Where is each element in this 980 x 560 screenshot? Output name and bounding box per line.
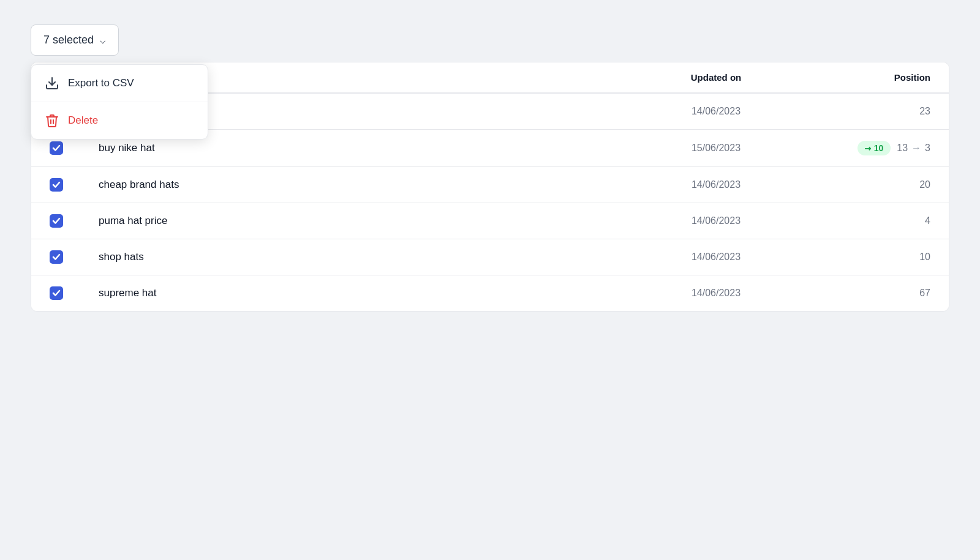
row-checkbox[interactable] [50,214,63,228]
position-cell: 10 [808,252,930,263]
position-number: 4 [925,215,930,226]
keyword-cell: cheap brand hats [99,179,624,191]
position-to: 3 [925,143,930,154]
position-cell: 23 [808,106,930,117]
date-cell: 14/06/2023 [624,179,808,190]
keyword-cell: buy nike hat [99,142,624,154]
row-checkbox[interactable] [50,286,63,300]
date-cell: 14/06/2023 [624,252,808,263]
date-cell: 15/06/2023 [624,143,808,154]
export-csv-label: Export to CSV [68,77,134,89]
position-from: 13 [897,143,908,154]
arrow-right-icon: → [911,143,921,154]
date-cell: 14/06/2023 [624,106,808,117]
keyword-cell: supreme hat [99,287,624,299]
header-position: Position [808,72,930,83]
header-updated-on: Updated on [624,72,808,83]
keyword-cell: puma hat price [99,215,624,227]
position-number: 20 [919,179,930,190]
date-cell: 14/06/2023 [624,288,808,299]
checkbox-cell [50,214,99,228]
position-badge: ↗ 10 [858,141,891,155]
download-icon [45,76,59,91]
checkbox-cell [50,250,99,264]
row-checkbox[interactable] [50,250,63,264]
position-cell: 67 [808,288,930,299]
checkmark-icon [52,253,61,261]
position-number: 67 [919,288,930,299]
arrow-up-icon: ↗ [862,143,873,154]
keyword-cell: shop hats [99,251,624,263]
export-csv-item[interactable]: Export to CSV [31,65,208,102]
table-row: cheap brand hats 14/06/2023 20 [31,167,949,203]
table-row: supreme hat 14/06/2023 67 [31,275,949,311]
checkbox-cell [50,178,99,192]
selected-button[interactable]: 7 selected ⌵ [31,24,119,56]
row-checkbox[interactable] [50,141,63,155]
checkmark-icon [52,217,61,225]
page-container: 7 selected ⌵ Export to CSV Delete [0,0,980,336]
trash-icon [45,113,59,128]
selected-count-label: 7 selected [43,34,94,47]
table-row: puma hat price 14/06/2023 4 [31,203,949,239]
chevron-down-icon: ⌵ [100,34,106,46]
table-row: shop hats 14/06/2023 10 [31,239,949,275]
position-cell: 4 [808,215,930,226]
checkmark-icon [52,181,61,189]
position-cell: 20 [808,179,930,190]
row-checkbox[interactable] [50,178,63,192]
position-number: 10 [919,252,930,263]
checkbox-cell [50,141,99,155]
position-number: 23 [919,106,930,117]
position-change: 13 → 3 [897,143,930,154]
checkmark-icon [52,144,61,152]
delete-item[interactable]: Delete [31,102,208,139]
date-cell: 14/06/2023 [624,215,808,226]
checkbox-cell [50,286,99,300]
badge-value: 10 [874,143,884,153]
checkmark-icon [52,289,61,297]
delete-label: Delete [68,114,98,127]
position-cell: ↗ 10 13 → 3 [808,141,930,155]
dropdown-menu: Export to CSV Delete [31,64,208,140]
